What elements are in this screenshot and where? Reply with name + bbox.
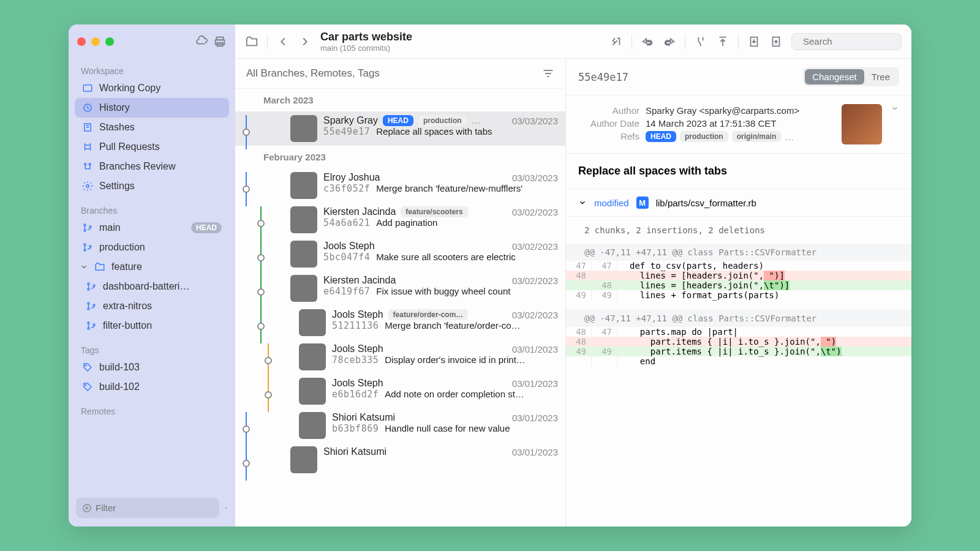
commit-row[interactable]: Elroy Joshua03/03/2023 c36f052fMerge bra… (235, 168, 565, 203)
svg-point-7 (89, 163, 91, 165)
detail-sha: 55e49e17 (578, 71, 628, 83)
filter-input[interactable] (76, 498, 219, 518)
filter-settings-icon[interactable] (542, 67, 554, 80)
clipboard-down-icon[interactable] (747, 35, 761, 48)
printer-icon[interactable] (213, 35, 227, 48)
svg-point-25 (85, 384, 86, 386)
diff-line: 4747def to_csv(parts, headers) (566, 261, 911, 271)
branch-extra-nitros[interactable]: extra-nitros (75, 296, 229, 316)
svg-point-6 (85, 163, 86, 165)
svg-point-43 (265, 358, 271, 364)
diff-line: 4949 lines + format_parts(parts) (566, 290, 911, 300)
clipboard-up-icon[interactable] (769, 35, 783, 48)
close-button[interactable] (77, 37, 86, 46)
svg-point-47 (243, 426, 249, 432)
chevron-down-icon[interactable] (891, 104, 899, 113)
svg-rect-3 (83, 85, 92, 92)
commit-group-header: March 2023 (235, 89, 565, 111)
sidebar-item-branches-review[interactable]: Branches Review (75, 157, 229, 176)
sidebar-item-settings[interactable]: Settings (75, 176, 229, 196)
commit-row[interactable]: Sparky GrayHEADproduction…03/03/2023 55e… (235, 111, 565, 146)
sidebar-item-history[interactable]: History (75, 98, 229, 118)
diff-line: 48 lines = [headers.join(", ")] (566, 271, 911, 280)
commit-row[interactable]: Jools Steph03/01/2023 78ceb335Display or… (235, 340, 565, 374)
sidebar-item-working-copy[interactable]: Working Copy (75, 78, 229, 98)
toggle-changeset[interactable]: Changeset (805, 69, 864, 84)
history-filter-label[interactable]: All Branches, Remotes, Tags (246, 67, 380, 80)
commit-avatar (290, 275, 317, 302)
commit-avatar (299, 343, 326, 370)
pull-icon[interactable] (609, 35, 623, 48)
search-input[interactable] (803, 36, 911, 47)
tag-build-103[interactable]: build-103 (75, 358, 229, 377)
commit-row[interactable]: Kiersten Jacinda03/02/2023 e6419f67Fix i… (235, 271, 565, 305)
svg-point-17 (93, 285, 95, 287)
tag-build-102[interactable]: build-102 (75, 377, 229, 397)
svg-point-18 (88, 302, 89, 304)
svg-point-37 (258, 255, 264, 261)
file-path: lib/parts/csv_formatter.rb (656, 198, 756, 208)
merge-icon[interactable] (694, 35, 707, 48)
diff-line: 4949 part.items { |i| i.to_s }.join(",\t… (566, 347, 911, 356)
svg-point-22 (88, 328, 89, 329)
view-toggle[interactable]: Changeset Tree (803, 67, 899, 86)
svg-point-24 (85, 365, 86, 366)
nav-back-icon[interactable] (276, 35, 290, 48)
diff-line: 48 lines = [headers.join(",\t")] (566, 280, 911, 290)
svg-point-19 (88, 308, 89, 310)
detail-author: Sparky Gray <sparky@carparts.com> (646, 105, 799, 116)
branch-main[interactable]: mainHEAD (75, 218, 229, 238)
svg-point-39 (258, 289, 264, 295)
commit-avatar (290, 446, 317, 473)
maximize-button[interactable] (105, 37, 114, 46)
commit-row[interactable]: Kiersten Jacindafeature/scooters03/02/20… (235, 203, 565, 237)
project-title: Car parts website (320, 31, 424, 43)
minimize-button[interactable] (91, 37, 100, 46)
redo-icon[interactable] (663, 35, 676, 48)
file-status-badge: M (636, 197, 649, 209)
svg-point-35 (258, 220, 264, 227)
branch-feature[interactable]: feature (75, 257, 229, 277)
sidebar-section-remotes: Remotes (75, 402, 229, 419)
commit-row[interactable]: Jools Stephfeature/order-com…03/02/2023 … (235, 305, 565, 340)
file-status: modified (594, 198, 629, 208)
undo-icon[interactable] (641, 35, 654, 48)
svg-point-23 (93, 324, 95, 326)
sidebar-section-branches: Branches (75, 201, 229, 218)
svg-point-8 (86, 185, 89, 188)
diff-line: end (566, 356, 911, 366)
svg-point-41 (258, 323, 264, 329)
detail-avatar (842, 104, 882, 144)
branch-dashboard-batteri…[interactable]: dashboard-batteri… (75, 277, 229, 296)
commit-row[interactable]: Jools Steph03/01/2023 e6b16d2fAdd note o… (235, 374, 565, 408)
filter-icon (82, 503, 92, 513)
chevron-down-icon[interactable] (578, 198, 587, 207)
branch-production[interactable]: production (75, 238, 229, 257)
nav-forward-icon[interactable] (298, 35, 312, 48)
commit-avatar (290, 115, 317, 142)
detail-date: 14 March 2023 at 17:51:38 CET (646, 118, 776, 129)
add-button[interactable] (224, 503, 228, 514)
sidebar-item-stashes[interactable]: Stashes (75, 118, 229, 137)
svg-point-49 (243, 460, 249, 467)
sidebar-item-pull-requests[interactable]: Pull Requests (75, 137, 229, 157)
commit-row[interactable]: Shiori Katsumi03/01/2023 (235, 443, 565, 477)
commit-row[interactable]: Shiori Katsumi03/01/2023 b63bf869Handle … (235, 408, 565, 443)
toggle-tree[interactable]: Tree (864, 69, 897, 84)
open-folder-icon[interactable] (245, 35, 258, 48)
sidebar-section-workspace: Workspace (75, 61, 229, 78)
commit-row[interactable]: Jools Steph03/02/2023 5bc047f4Make sure … (235, 237, 565, 271)
svg-point-45 (265, 392, 271, 398)
svg-point-33 (243, 186, 249, 192)
push-icon[interactable] (716, 35, 729, 48)
svg-point-16 (88, 288, 89, 290)
sidebar-section-tags: Tags (75, 340, 229, 358)
diff-line: 4847 parts.map do |part| (566, 327, 911, 337)
svg-point-14 (89, 246, 91, 247)
hunk-header: @@ -47,11 +47,11 @@ class Parts::CSVForm… (566, 244, 911, 261)
window-controls (77, 37, 114, 46)
branch-filter-button[interactable]: filter-button (75, 316, 229, 335)
commit-avatar (299, 412, 326, 439)
cloud-icon[interactable] (195, 35, 208, 48)
svg-point-13 (84, 249, 86, 251)
